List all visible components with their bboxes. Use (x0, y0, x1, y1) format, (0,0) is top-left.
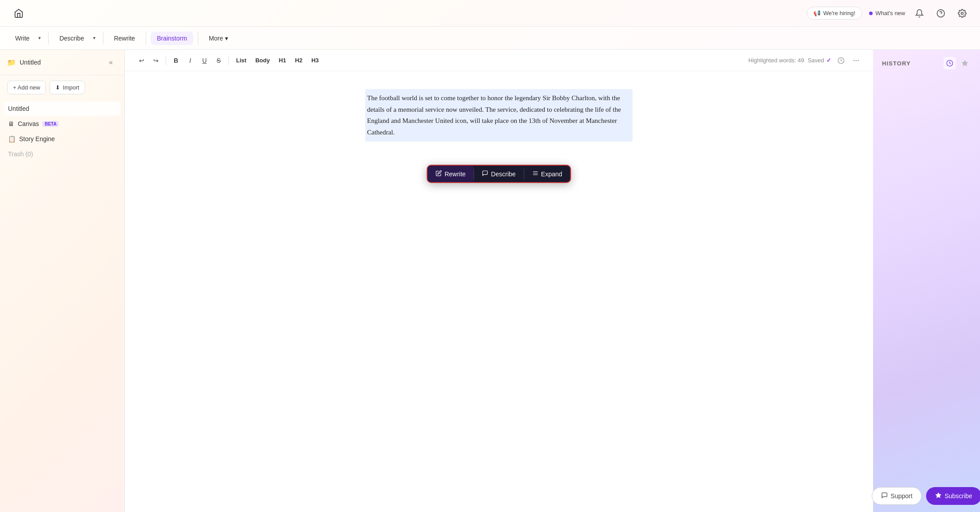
h2-button[interactable]: H2 (291, 55, 306, 65)
bold-button[interactable]: B (170, 54, 182, 67)
fmt-separator-2 (229, 56, 229, 65)
collapse-sidebar-button[interactable]: « (105, 56, 117, 69)
sidebar-item-untitled[interactable]: Untitled (4, 102, 121, 116)
import-button[interactable]: ⬇ Import (49, 81, 85, 94)
sidebar-item-story-engine-label: Story Engine (19, 135, 55, 142)
undo-button[interactable]: ↩ (135, 54, 148, 67)
support-icon (881, 492, 888, 500)
floating-action-bar: Rewrite Describe (427, 165, 571, 183)
navbar-right: 📢 We're hiring! What's new (807, 6, 969, 20)
rewrite-button[interactable]: Rewrite (108, 32, 141, 45)
write-button[interactable]: Write (9, 32, 36, 45)
story-engine-icon: 📋 (8, 135, 16, 142)
brainstorm-button[interactable]: Brainstorm (151, 32, 193, 45)
support-button[interactable]: Support (872, 487, 922, 505)
describe-icon (482, 170, 488, 178)
editor-icons (835, 54, 862, 67)
sidebar-item-trash-label: Trash (0) (8, 150, 33, 158)
toolbar: Write ▾ Describe ▾ Rewrite Brainstorm Mo… (0, 27, 980, 50)
sidebar-header: 📁 Untitled « (0, 50, 124, 75)
history-bottom: Support Subscribe (873, 480, 980, 512)
svg-point-5 (858, 60, 858, 61)
editor-area: ↩ ↪ B I U S List Body H1 H2 H3 Highlight… (125, 50, 873, 512)
editor-topbar: ↩ ↪ B I U S List Body H1 H2 H3 Highlight… (125, 50, 873, 71)
home-button[interactable] (11, 5, 27, 21)
editor-text[interactable]: The football world is set to come togeth… (365, 89, 633, 142)
editor-format-tools: ↩ ↪ B I U S List Body H1 H2 H3 (135, 54, 323, 67)
settings-button[interactable] (955, 6, 969, 20)
rewrite-icon (436, 170, 442, 178)
navbar-left (11, 5, 27, 21)
history-panel: HISTORY (873, 50, 980, 512)
history-body (873, 75, 980, 480)
editor-content[interactable]: The football world is set to come togeth… (125, 71, 873, 512)
toolbar-separator-2 (103, 32, 103, 45)
describe-button[interactable]: Describe (53, 32, 90, 45)
fab-expand-label: Expand (541, 171, 562, 178)
editor-settings-button[interactable] (850, 54, 862, 67)
main-layout: 📁 Untitled « + Add new ⬇ Import Untitled… (0, 50, 980, 512)
saved-checkmark: ✓ (826, 57, 831, 64)
fab-rewrite-label: Rewrite (445, 171, 466, 178)
add-new-button[interactable]: + Add new (7, 81, 46, 94)
describe-tool-group: Describe ▾ (53, 32, 98, 45)
subscribe-label: Subscribe (944, 492, 972, 500)
h3-button[interactable]: H3 (308, 55, 323, 65)
sidebar-title: Untitled (20, 59, 41, 66)
canvas-icon: 🖥 (8, 120, 14, 127)
write-caret[interactable]: ▾ (36, 32, 44, 45)
list-button[interactable]: List (233, 55, 250, 65)
more-chevron: ▾ (225, 35, 228, 42)
svg-point-4 (856, 60, 856, 61)
redo-button[interactable]: ↪ (150, 54, 162, 67)
sidebar-item-trash[interactable]: Trash (0) (4, 147, 121, 161)
sidebar-item-story-engine[interactable]: 📋 Story Engine (4, 132, 121, 146)
help-button[interactable] (934, 6, 948, 20)
sidebar-actions: + Add new ⬇ Import (0, 75, 124, 100)
toolbar-separator-1 (48, 32, 49, 45)
h1-button[interactable]: H1 (275, 55, 290, 65)
svg-point-2 (961, 12, 964, 14)
subscribe-icon (935, 492, 942, 500)
sidebar-item-canvas-label: Canvas (18, 120, 39, 127)
we-hiring-label: We're hiring! (823, 10, 855, 16)
more-button[interactable]: More ▾ (203, 32, 234, 45)
history-star-icon-button[interactable] (959, 57, 971, 69)
history-clock-button[interactable] (835, 54, 847, 67)
fab-rewrite-button[interactable]: Rewrite (428, 166, 474, 182)
subscribe-button[interactable]: Subscribe (926, 487, 980, 505)
svg-point-6 (854, 60, 854, 61)
more-label: More (209, 35, 223, 42)
saved-label: Saved (808, 57, 824, 64)
describe-caret[interactable]: ▾ (90, 32, 98, 45)
fab-expand-button[interactable]: Expand (524, 166, 570, 182)
italic-button[interactable]: I (184, 54, 196, 67)
editor-topbar-right: Highlighted words: 49 Saved ✓ (748, 54, 862, 67)
whats-new-button[interactable]: What's new (869, 10, 905, 16)
sidebar-nav: Untitled 🖥 Canvas BETA 📋 Story Engine Tr… (0, 100, 124, 512)
import-label: Import (63, 84, 79, 91)
we-hiring-button[interactable]: 📢 We're hiring! (807, 7, 862, 20)
strikethrough-button[interactable]: S (212, 54, 225, 67)
alert-button[interactable] (912, 6, 927, 20)
history-header-icons (943, 57, 971, 69)
fab-describe-label: Describe (491, 171, 515, 178)
toolbar-separator-3 (146, 32, 146, 45)
beta-badge: BETA (42, 121, 58, 127)
whats-new-label: What's new (875, 10, 905, 16)
sidebar-item-canvas[interactable]: 🖥 Canvas BETA (4, 117, 121, 131)
support-label: Support (890, 492, 912, 500)
history-clock-icon-button[interactable] (943, 57, 956, 69)
toolbar-separator-4 (198, 32, 198, 45)
megaphone-icon: 📢 (813, 10, 821, 16)
underline-button[interactable]: U (198, 54, 211, 67)
import-icon: ⬇ (55, 84, 60, 91)
whats-new-dot (869, 12, 873, 15)
navbar: 📢 We're hiring! What's new (0, 0, 980, 27)
sidebar-item-untitled-label: Untitled (8, 105, 29, 112)
rewrite-tool-group: Rewrite (108, 32, 141, 45)
sidebar: 📁 Untitled « + Add new ⬇ Import Untitled… (0, 50, 125, 512)
history-header: HISTORY (873, 50, 980, 75)
fab-describe-button[interactable]: Describe (474, 166, 523, 182)
body-button[interactable]: Body (252, 55, 274, 65)
